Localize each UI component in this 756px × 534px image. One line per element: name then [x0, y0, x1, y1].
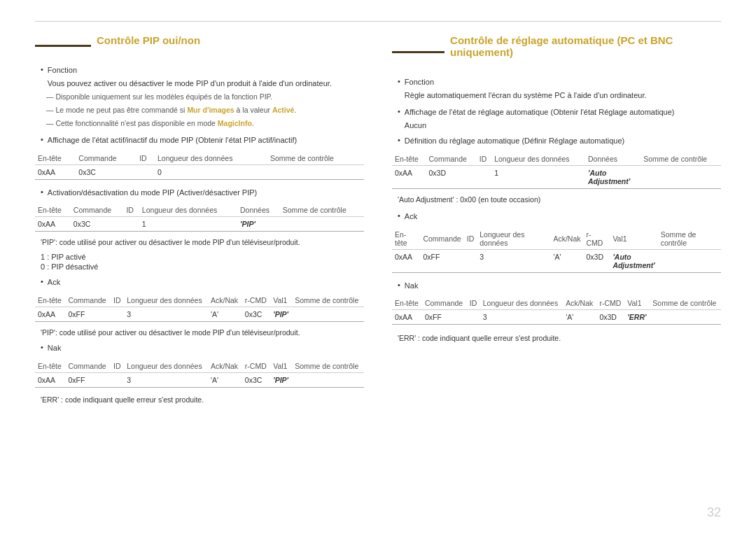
table-2: En-tête Commande ID Longueur des données… — [35, 204, 364, 232]
bullet-dot-r1: • — [398, 77, 400, 85]
td-0xAA: 0xAA — [35, 217, 71, 232]
table-1: En-tête Commande ID Longueur des données… — [35, 152, 364, 180]
top-line — [35, 21, 721, 22]
sub-note-1: Disponible uniquement sur les modèles éq… — [46, 92, 364, 103]
right-nak-label: Nak — [405, 280, 419, 292]
sub-note-3: Cette fonctionnalité n'est pas disponibl… — [46, 118, 364, 129]
th-somme: Somme de contrôle — [640, 153, 721, 166]
th-rcmd: r-CMD — [242, 360, 270, 373]
td-0xAA: 0xAA — [35, 372, 65, 387]
td-0: 0 — [155, 164, 267, 179]
bullet-dot-5: • — [41, 343, 43, 351]
td-3: 3 — [124, 372, 208, 387]
td-1: 1 — [491, 165, 585, 188]
td-1: 1 — [139, 217, 237, 232]
th-longueur: Longueur des données — [124, 360, 208, 373]
th-commande: Commande — [71, 204, 124, 217]
right-title-bar-accent — [392, 51, 444, 53]
td-somme — [292, 307, 364, 321]
right-affichage-text: Affichage de l'état de réglage automatiq… — [405, 106, 675, 131]
auto-adj-note: 'Auto Adjustment' : 0x00 (en toute occas… — [398, 195, 721, 206]
th-somme: Somme de contrôle — [292, 294, 364, 307]
ack-label: Ack — [48, 276, 60, 288]
th-longueur: Longueur des données — [124, 294, 208, 307]
td-0xAA: 0xAA — [35, 164, 76, 179]
th-acknak: Ack/Nak — [208, 360, 242, 373]
td-somme — [280, 217, 364, 232]
table-row: 0xAA 0xFF 3 'A' 0x3C 'PIP' — [35, 307, 364, 321]
bullet-dot-r4: • — [398, 211, 400, 220]
td-0xFF: 0xFF — [65, 372, 111, 387]
th-acknak: Ack/Nak — [208, 294, 242, 307]
td-autoadj-val: 'AutoAdjustment' — [610, 249, 657, 272]
td-id — [464, 249, 477, 272]
activation-bullet: • Activation/désactivation du mode PIP (… — [41, 187, 364, 199]
th-id: ID — [477, 153, 491, 166]
right-definition-text: Définition du réglage automatique (Défin… — [405, 135, 624, 147]
right-section-title: Contrôle de réglage automatique (PC et B… — [450, 34, 721, 61]
th-val1: Val1 — [624, 297, 650, 310]
activation-text: Activation/désactivation du mode PIP (Ac… — [48, 187, 257, 199]
bullet-dot-r2: • — [398, 107, 400, 115]
td-A: 'A' — [208, 372, 242, 387]
td-0x3D: 0x3D — [596, 310, 624, 325]
pip-on: 1 : PIP activé — [41, 253, 364, 261]
th-commande: Commande — [65, 294, 111, 307]
table-row: 0xAA 0x3C 1 'PIP' — [35, 217, 364, 232]
th-val1: Val1 — [610, 228, 657, 250]
th-commande: Commande — [420, 228, 463, 250]
bullet-dot: • — [41, 65, 43, 73]
right-nak-bullet: • Nak — [398, 280, 721, 292]
td-0x3C: 0x3C — [71, 217, 124, 232]
affichage-text: Affichage de l'état actif/inactif du mod… — [48, 134, 297, 146]
th-id: ID — [123, 204, 139, 217]
td-id — [136, 164, 155, 179]
title-bar-accent — [35, 45, 91, 47]
th-somme: Somme de contrôle — [658, 228, 721, 250]
td-3: 3 — [480, 310, 563, 325]
affichage-bullet: • Affichage de l'état actif/inactif du m… — [41, 134, 364, 146]
th-entete: En-tête — [392, 228, 420, 250]
td-autoadj: 'AutoAdjustment' — [585, 165, 640, 188]
right-table-2: En-tête Commande ID Longueur des données… — [392, 228, 721, 273]
td-A: 'A' — [563, 310, 596, 325]
th-id: ID — [464, 228, 477, 250]
table-row: 0xAA 0x3D 1 'AutoAdjustment' — [392, 165, 721, 188]
ack-bullet: • Ack — [41, 276, 364, 288]
right-column: Contrôle de réglage automatique (PC et B… — [392, 34, 721, 410]
right-affichage-bullet: • Affichage de l'état de réglage automat… — [398, 106, 721, 131]
td-somme — [292, 372, 364, 387]
right-table-3: En-tête Commande ID Longueur des données… — [392, 297, 721, 325]
th-acknak: Ack/Nak — [550, 228, 583, 250]
td-3: 3 — [477, 249, 550, 272]
th-id: ID — [111, 294, 124, 307]
bullet-dot-2: • — [41, 135, 43, 143]
td-0xFF: 0xFF — [422, 310, 467, 325]
th-longueur: Longueur des données — [155, 152, 267, 165]
td-pip-bold: 'PIP' — [237, 217, 280, 232]
right-table-1: En-tête Commande ID Longueur des données… — [392, 153, 721, 189]
td-somme — [267, 164, 364, 179]
nak-label: Nak — [48, 342, 62, 354]
th-acknak: Ack/Nak — [563, 297, 596, 310]
td-somme — [640, 165, 721, 188]
td-0xFF: 0xFF — [65, 307, 111, 321]
td-0x3D: 0x3D — [426, 165, 477, 188]
td-0xAA: 0xAA — [392, 165, 426, 188]
table-row: 0xAA 0xFF 3 'A' 0x3D 'ERR' — [392, 310, 721, 325]
th-commande: Commande — [426, 153, 477, 166]
th-somme: Somme de contrôle — [292, 360, 364, 373]
td-pip-val: 'PIP' — [270, 307, 292, 321]
th-entete: En-tête — [35, 294, 65, 307]
left-title-bar: Contrôle PIP oui/non — [35, 34, 364, 57]
bullet-dot-4: • — [41, 277, 43, 286]
td-0x3C: 0x3C — [242, 307, 270, 321]
th-commande: Commande — [422, 297, 467, 310]
th-entete: En-tête — [392, 153, 426, 166]
pip-note-1: 'PIP': code utilisé pour activer ou désa… — [41, 237, 364, 248]
table-3: En-tête Commande ID Longueur des données… — [35, 294, 364, 322]
td-id — [123, 217, 139, 232]
td-0xAA: 0xAA — [35, 307, 65, 321]
pip-off: 0 : PIP désactivé — [41, 262, 364, 271]
th-val1: Val1 — [270, 360, 292, 373]
